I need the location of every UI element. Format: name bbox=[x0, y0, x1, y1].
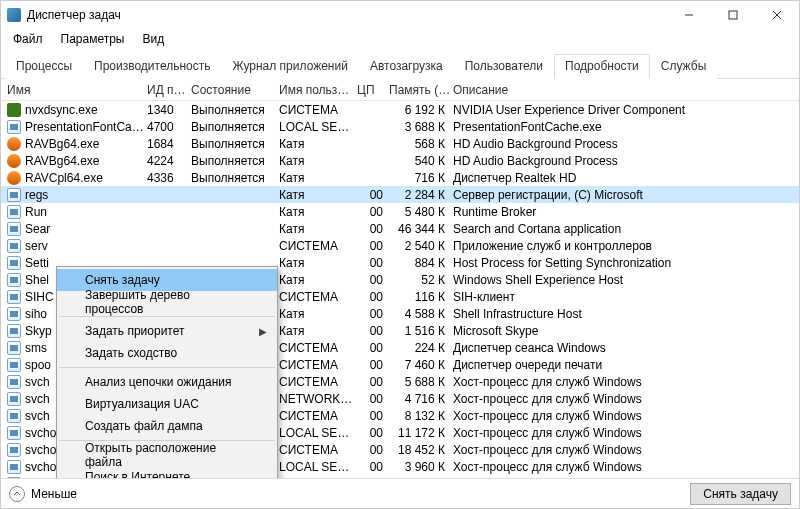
process-name: Shel bbox=[25, 273, 49, 287]
table-row[interactable]: RAVBg64.exe1684ВыполняетсяКатя568 КHD Au… bbox=[1, 135, 799, 152]
table-row[interactable]: SearКатя0046 344 КSearch and Cortana app… bbox=[1, 220, 799, 237]
context-menu-item[interactable]: Открыть расположение файла bbox=[57, 444, 277, 466]
tab-6[interactable]: Службы bbox=[650, 54, 717, 79]
col-desc[interactable]: Описание bbox=[453, 83, 799, 97]
process-name: Setti bbox=[25, 256, 49, 270]
process-name: svch bbox=[25, 409, 50, 423]
context-menu-item[interactable]: Создать файл дампа bbox=[57, 415, 277, 437]
cell-cpu: 00 bbox=[357, 409, 389, 423]
cell-cpu: 00 bbox=[357, 375, 389, 389]
col-mem[interactable]: Память (ч… bbox=[389, 83, 453, 97]
menu-view[interactable]: Вид bbox=[134, 30, 172, 48]
cell-mem: 52 К bbox=[389, 273, 453, 287]
process-icon bbox=[7, 392, 21, 406]
process-name: serv bbox=[25, 239, 48, 253]
process-name: RAVBg64.exe bbox=[25, 137, 100, 151]
cell-desc: PresentationFontCache.exe bbox=[453, 120, 799, 134]
cell-user: LOCAL SE… bbox=[279, 477, 357, 479]
cell-mem: 18 452 К bbox=[389, 443, 453, 457]
cell-user: Катя bbox=[279, 205, 357, 219]
fewer-details-label[interactable]: Меньше bbox=[31, 487, 77, 501]
process-name: SIHC bbox=[25, 290, 54, 304]
process-name: PresentationFontCa… bbox=[25, 120, 144, 134]
app-icon bbox=[7, 8, 21, 22]
process-icon bbox=[7, 205, 21, 219]
fewer-details-icon[interactable] bbox=[9, 486, 25, 502]
process-name: Sear bbox=[25, 222, 50, 236]
cell-user: Катя bbox=[279, 222, 357, 236]
end-task-button[interactable]: Снять задачу bbox=[690, 483, 791, 505]
process-name: Skyp bbox=[25, 324, 52, 338]
context-menu-item[interactable]: Анализ цепочки ожидания bbox=[57, 371, 277, 393]
cell-cpu: 00 bbox=[357, 341, 389, 355]
table-row[interactable]: servСИСТЕМА002 540 КПриложение служб и к… bbox=[1, 237, 799, 254]
table-row[interactable]: RAVBg64.exe4224ВыполняетсяКатя540 КHD Au… bbox=[1, 152, 799, 169]
cell-desc: Хост-процесс для служб Windows bbox=[453, 375, 799, 389]
cell-cpu: 00 bbox=[357, 426, 389, 440]
process-name: Run bbox=[25, 205, 47, 219]
context-menu-item[interactable]: Поиск в Интернете bbox=[57, 466, 277, 478]
titlebar[interactable]: Диспетчер задач bbox=[1, 1, 799, 29]
tab-3[interactable]: Автозагрузка bbox=[359, 54, 454, 79]
tab-5[interactable]: Подробности bbox=[554, 54, 650, 79]
table-row[interactable]: RunКатя005 480 КRuntime Broker bbox=[1, 203, 799, 220]
cell-user: СИСТЕМА bbox=[279, 103, 357, 117]
cell-mem: 6 192 К bbox=[389, 103, 453, 117]
minimize-button[interactable] bbox=[667, 1, 711, 29]
cell-mem: 5 688 К bbox=[389, 375, 453, 389]
cell-cpu: 00 bbox=[357, 256, 389, 270]
cell-user: Катя bbox=[279, 307, 357, 321]
process-icon bbox=[7, 324, 21, 338]
table-row[interactable]: PresentationFontCa…4700ВыполняетсяLOCAL … bbox=[1, 118, 799, 135]
context-menu-item[interactable]: Виртуализация UAC bbox=[57, 393, 277, 415]
context-menu-separator bbox=[59, 367, 275, 368]
cell-desc: Runtime Broker bbox=[453, 205, 799, 219]
cell-desc: SIH-клиент bbox=[453, 290, 799, 304]
cell-status: Выполняется bbox=[191, 154, 279, 168]
col-user[interactable]: Имя польз… bbox=[279, 83, 357, 97]
col-status[interactable]: Состояние bbox=[191, 83, 279, 97]
cell-mem: 224 К bbox=[389, 341, 453, 355]
process-icon bbox=[7, 273, 21, 287]
cell-cpu: 00 bbox=[357, 460, 389, 474]
table-row[interactable]: regsКатя002 284 КСервер регистрации, (C)… bbox=[1, 186, 799, 203]
menubar: Файл Параметры Вид bbox=[1, 29, 799, 49]
context-menu-item[interactable]: Задать сходство bbox=[57, 342, 277, 364]
cell-cpu: 00 bbox=[357, 205, 389, 219]
cell-desc: Host Process for Setting Synchronization bbox=[453, 256, 799, 270]
cell-user: СИСТЕМА bbox=[279, 358, 357, 372]
cell-cpu: 00 bbox=[357, 477, 389, 479]
svg-rect-1 bbox=[729, 11, 737, 19]
col-name[interactable]: Имя bbox=[7, 83, 147, 97]
cell-user: LOCAL SE… bbox=[279, 426, 357, 440]
cell-mem: 568 К bbox=[389, 137, 453, 151]
tab-4[interactable]: Пользователи bbox=[454, 54, 554, 79]
col-cpu[interactable]: ЦП bbox=[357, 83, 389, 97]
cell-mem: 4 716 К bbox=[389, 392, 453, 406]
col-pid[interactable]: ИД п… bbox=[147, 83, 191, 97]
cell-user: Катя bbox=[279, 273, 357, 287]
maximize-button[interactable] bbox=[711, 1, 755, 29]
process-icon bbox=[7, 171, 21, 185]
tab-0[interactable]: Процессы bbox=[5, 54, 83, 79]
cell-user: Катя bbox=[279, 154, 357, 168]
process-icon bbox=[7, 120, 21, 134]
cell-desc: Хост-процесс для служб Windows bbox=[453, 443, 799, 457]
cell-desc: Windows Shell Experience Host bbox=[453, 273, 799, 287]
cell-cpu: 00 bbox=[357, 188, 389, 202]
close-button[interactable] bbox=[755, 1, 799, 29]
context-menu-item[interactable]: Завершить дерево процессов bbox=[57, 291, 277, 313]
tab-2[interactable]: Журнал приложений bbox=[222, 54, 359, 79]
process-name: RAVBg64.exe bbox=[25, 154, 100, 168]
context-menu-item[interactable]: Задать приоритет▶ bbox=[57, 320, 277, 342]
cell-cpu: 00 bbox=[357, 222, 389, 236]
cell-desc: NVIDIA User Experience Driver Component bbox=[453, 103, 799, 117]
cell-user: СИСТЕМА bbox=[279, 239, 357, 253]
table-row[interactable]: RAVCpl64.exe4336ВыполняетсяКатя716 КДисп… bbox=[1, 169, 799, 186]
menu-file[interactable]: Файл bbox=[5, 30, 51, 48]
cell-mem: 716 К bbox=[389, 171, 453, 185]
menu-options[interactable]: Параметры bbox=[53, 30, 133, 48]
grid-header[interactable]: Имя ИД п… Состояние Имя польз… ЦП Память… bbox=[1, 79, 799, 101]
table-row[interactable]: nvxdsync.exe1340ВыполняетсяСИСТЕМА6 192 … bbox=[1, 101, 799, 118]
tab-1[interactable]: Производительность bbox=[83, 54, 221, 79]
